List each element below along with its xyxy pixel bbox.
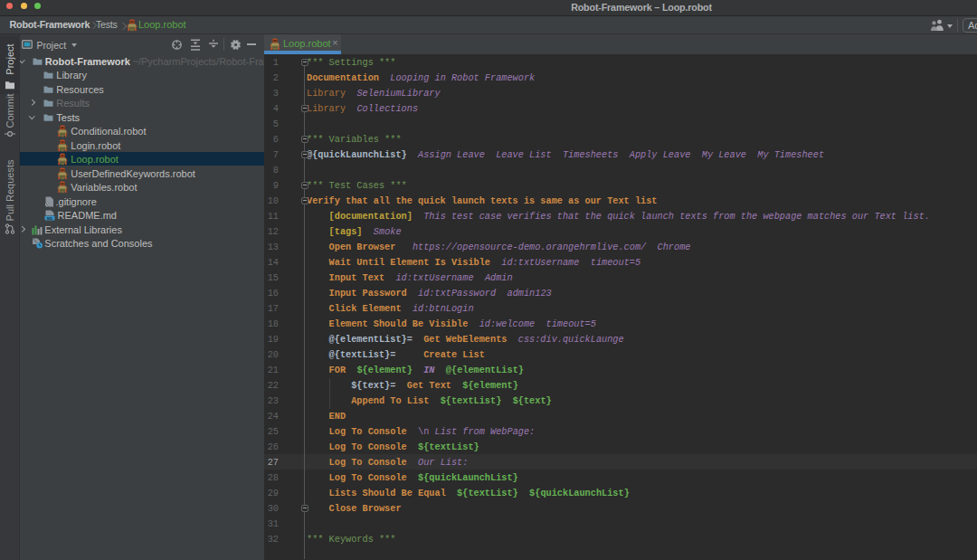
svg-text:MD: MD	[46, 216, 52, 221]
